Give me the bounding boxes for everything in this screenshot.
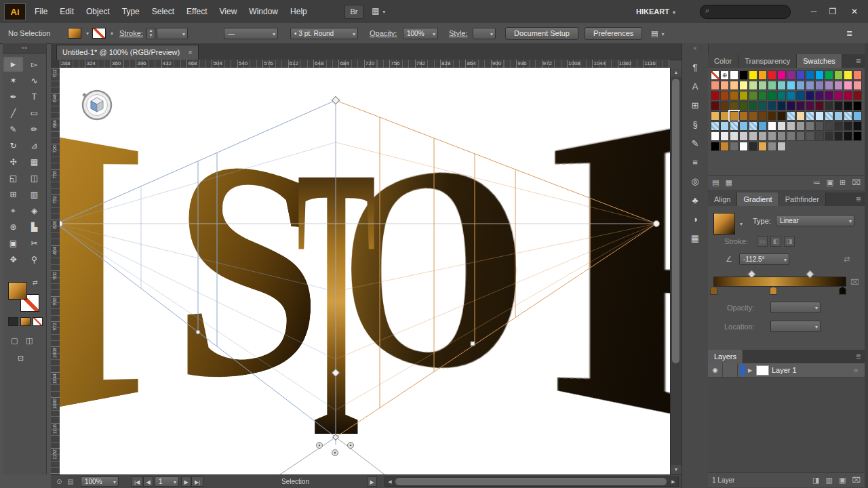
pen-tool[interactable]: ✒	[3, 89, 24, 105]
direct-selection-tool[interactable]: ▻	[24, 56, 45, 73]
last-artboard-button[interactable]: ▶|	[191, 476, 203, 487]
swatch[interactable]	[825, 81, 833, 90]
swatch[interactable]	[806, 121, 814, 131]
layer-target-icon[interactable]: ○	[854, 367, 858, 374]
stroke-gradient-within-icon[interactable]: ▭	[757, 236, 768, 247]
gradient-type-select[interactable]: Linear	[776, 215, 854, 226]
swatch[interactable]	[739, 91, 748, 100]
swatch-pattern[interactable]	[806, 111, 814, 121]
fill-well[interactable]	[8, 282, 27, 300]
swatch[interactable]	[825, 121, 833, 131]
swatch[interactable]	[806, 81, 814, 90]
width-tool[interactable]: ✣	[3, 154, 24, 170]
swatch[interactable]	[853, 81, 862, 90]
swatch[interactable]	[720, 101, 729, 110]
brushes-panel-icon[interactable]: ✎	[682, 134, 708, 153]
swatch[interactable]	[844, 81, 852, 90]
perspective-left-plane-text[interactable]: HIS	[199, 138, 330, 399]
status-grid-icon[interactable]: ▤	[67, 475, 73, 488]
swatch[interactable]	[720, 142, 729, 151]
chevron-down-icon[interactable]: ▾	[86, 30, 89, 37]
stroke-weight-select[interactable]	[157, 28, 188, 39]
swatch[interactable]	[730, 101, 738, 110]
stroke-weight-stepper[interactable]: ▲▼	[146, 28, 155, 39]
swatch[interactable]	[730, 81, 738, 90]
swatch[interactable]	[844, 131, 852, 141]
gradient-angle-select[interactable]: -112.5°	[739, 253, 789, 265]
gradient-stop-end[interactable]	[839, 287, 846, 295]
swatch[interactable]	[777, 121, 786, 131]
swatch[interactable]	[815, 81, 824, 90]
layer-visibility-eye-icon[interactable]: ◉	[708, 363, 723, 377]
swatch[interactable]	[768, 121, 776, 131]
stop-opacity-select[interactable]	[770, 302, 821, 313]
workspace-dropdown[interactable]: HIKEART▾	[636, 0, 675, 24]
chevron-down-icon[interactable]: ▾	[111, 30, 113, 37]
slice-tool[interactable]: ✂	[24, 235, 45, 251]
layer-expand-icon[interactable]: ▶	[745, 367, 755, 373]
opacity-select[interactable]: 100%	[403, 28, 438, 39]
control-panel-menu-icon[interactable]: ≣	[846, 23, 852, 43]
swatch[interactable]	[787, 121, 795, 131]
toolbar-collapse-icon[interactable]: ««	[3, 43, 46, 54]
swatch[interactable]	[806, 70, 814, 80]
swatch[interactable]	[787, 81, 795, 90]
swatch[interactable]	[834, 91, 843, 100]
swatch-kinds-button[interactable]: ▦	[725, 178, 732, 187]
menu-edit[interactable]: Edit	[54, 0, 80, 23]
swatch[interactable]	[777, 111, 786, 121]
column-graph-tool[interactable]: ▙	[24, 219, 45, 235]
draw-behind-icon[interactable]: ◫	[26, 336, 33, 345]
swatch[interactable]	[768, 81, 776, 90]
swatch[interactable]	[777, 91, 786, 100]
swatch[interactable]	[749, 142, 757, 151]
swatch-libraries-button[interactable]: ▤	[712, 178, 719, 187]
restore-button[interactable]: ❐	[823, 0, 842, 23]
swatch[interactable]	[806, 101, 814, 110]
swatch[interactable]	[834, 70, 843, 80]
swatch[interactable]	[711, 131, 719, 141]
swatch[interactable]	[758, 131, 767, 141]
bridge-button[interactable]: Br	[344, 5, 363, 19]
swatch[interactable]	[853, 111, 862, 121]
swatch[interactable]	[815, 111, 824, 121]
swatch[interactable]	[720, 91, 729, 100]
search-box[interactable]: ⌕	[700, 5, 791, 19]
swatch[interactable]	[711, 101, 719, 110]
tab-swatches[interactable]: Swatches	[797, 54, 842, 68]
tab-transparency[interactable]: Transparency	[738, 54, 797, 68]
swatch[interactable]	[825, 101, 833, 110]
swatch[interactable]	[787, 70, 795, 80]
swatch[interactable]	[834, 121, 843, 131]
artwork-text-left[interactable]: HIS	[60, 68, 330, 474]
stroke-label[interactable]: Stroke:	[119, 23, 143, 43]
swatch[interactable]	[768, 91, 776, 100]
swatch[interactable]	[758, 111, 767, 121]
menu-type[interactable]: Type	[116, 0, 146, 23]
tab-gradient[interactable]: Gradient	[737, 192, 778, 206]
gradient-stop-start[interactable]	[710, 287, 717, 295]
search-input[interactable]	[717, 6, 787, 18]
swatch[interactable]	[815, 101, 824, 110]
horizontal-scroll-thumb[interactable]	[395, 478, 667, 485]
swatch[interactable]	[825, 131, 833, 141]
swatch[interactable]	[711, 81, 719, 90]
swatch[interactable]	[844, 70, 852, 80]
swatch[interactable]	[815, 91, 824, 100]
swatch[interactable]	[730, 70, 738, 80]
rectangle-tool[interactable]: ▭	[24, 105, 45, 121]
document-setup-button[interactable]: Document Setup	[505, 27, 578, 40]
free-transform-tool[interactable]: ▦	[24, 154, 45, 170]
swatch[interactable]	[796, 111, 805, 121]
swatch[interactable]	[749, 91, 757, 100]
swatch[interactable]	[815, 121, 824, 131]
swatch[interactable]	[758, 70, 767, 80]
reverse-gradient-icon[interactable]: ⇄	[844, 255, 850, 264]
screen-mode-icon[interactable]: ⊡	[18, 354, 24, 363]
pencil-tool[interactable]: ✏	[24, 121, 45, 138]
swatch[interactable]	[720, 131, 729, 141]
swatch[interactable]	[739, 101, 748, 110]
swatch[interactable]	[711, 142, 719, 151]
rotate-tool[interactable]: ↻	[3, 138, 24, 154]
swatch[interactable]	[844, 101, 852, 110]
